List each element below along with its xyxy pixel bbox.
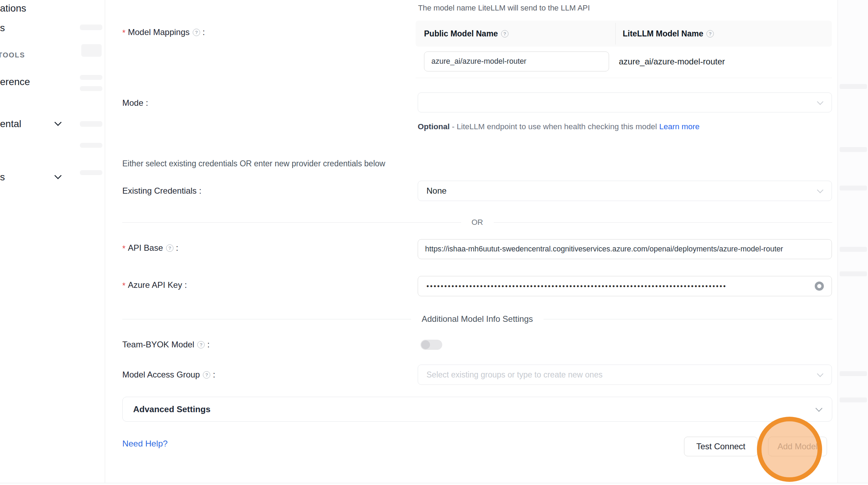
chevron-down-icon: [817, 187, 823, 193]
api-base-value: https://ishaa-mh6uutut-swedencentral.cog…: [418, 245, 783, 254]
model-mappings-label-text: Model Mappings: [128, 27, 190, 37]
chevron-down-icon[interactable]: [54, 172, 62, 179]
credentials-note: Either select existing credentials OR en…: [122, 159, 385, 168]
litellm-model-name-value: azure_ai/azure-model-router: [619, 57, 725, 67]
dimmed-background-fragment: [840, 84, 867, 89]
sidebar-item-s1[interactable]: s: [0, 22, 5, 34]
learn-more-link[interactable]: Learn more: [659, 122, 699, 131]
azure-api-key-input[interactable]: ••••••••••••••••••••••••••••••••••••••••…: [418, 276, 832, 296]
or-divider-text: OR: [472, 218, 483, 227]
advanced-settings-panel[interactable]: Advanced Settings: [122, 397, 832, 422]
model-mappings-table-header: Public Model Name LiteLLM Model Name: [416, 21, 832, 47]
sidebar-item-s2[interactable]: s: [0, 172, 5, 183]
dimmed-background-fragment: [840, 271, 867, 276]
label-colon: :: [213, 370, 215, 380]
dimmed-background-fragment: [840, 147, 867, 152]
toggle-knob: [421, 340, 430, 349]
additional-settings-divider-text: Additional Model Info Settings: [422, 314, 533, 324]
required-asterisk: *: [122, 281, 125, 291]
mode-label: Mode :: [122, 98, 148, 108]
model-name-hint: The model name LiteLLM will send to the …: [418, 4, 590, 13]
sidebar-section-tools: TOOLS: [0, 51, 25, 59]
model-mappings-label: * Model Mappings :: [122, 27, 205, 37]
existing-credentials-value: None: [418, 186, 446, 196]
dimmed-background-fragment: [80, 121, 102, 127]
model-access-group-label: Model Access Group :: [122, 370, 215, 380]
sidebar-item-ental[interactable]: ental: [0, 118, 21, 130]
divider-line: [544, 319, 832, 319]
modal-right-edge: [838, 0, 838, 483]
help-icon[interactable]: [706, 30, 714, 37]
litellm-model-name-header-label: LiteLLM Model Name: [623, 29, 703, 39]
api-base-label-text: API Base: [128, 243, 163, 253]
divider-line: [122, 222, 461, 223]
azure-api-key-label-text: Azure API Key: [128, 280, 182, 290]
api-base-input[interactable]: https://ishaa-mh6uutut-swedencentral.cog…: [418, 239, 832, 259]
mode-hint: Optional - LiteLLM endpoint to use when …: [418, 120, 703, 134]
help-icon[interactable]: [166, 244, 173, 252]
help-icon[interactable]: [501, 30, 508, 37]
dimmed-background-fragment: [80, 143, 102, 148]
model-access-group-placeholder: Select existing groups or type to create…: [418, 370, 602, 380]
azure-api-key-label: * Azure API Key :: [122, 280, 187, 290]
label-colon: :: [207, 340, 210, 349]
help-icon[interactable]: [197, 341, 205, 348]
azure-api-key-masked-value: ••••••••••••••••••••••••••••••••••••••••…: [418, 282, 790, 290]
existing-credentials-select[interactable]: None: [418, 181, 832, 201]
add-model-page: ations s TOOLS erence ental s The model …: [0, 0, 868, 485]
dimmed-background-fragment: [80, 86, 102, 91]
sidebar-divider: [105, 0, 105, 483]
divider-line: [494, 222, 833, 223]
dimmed-background-fragment: [840, 247, 867, 252]
required-asterisk: *: [122, 244, 125, 254]
team-byok-label: Team-BYOK Model :: [122, 340, 210, 349]
team-byok-label-text: Team-BYOK Model: [122, 340, 194, 349]
modal-bottom-divider: [0, 483, 868, 483]
existing-credentials-label-text: Existing Credentials: [122, 186, 197, 196]
highlight-circle-annotation: [757, 417, 822, 482]
litellm-model-name-header: LiteLLM Model Name: [616, 29, 714, 39]
label-colon: :: [146, 98, 148, 108]
sidebar-item-ations[interactable]: ations: [0, 3, 26, 14]
required-asterisk: *: [122, 28, 125, 38]
public-model-name-value: azure_ai/azure-model-router: [424, 57, 526, 66]
mode-hint-bold: Optional: [418, 122, 450, 131]
dimmed-background-fragment: [80, 170, 102, 175]
api-base-label: * API Base :: [122, 243, 178, 253]
help-icon[interactable]: [203, 371, 210, 379]
divider-line: [122, 319, 411, 319]
dimmed-background-fragment: [840, 397, 867, 402]
dimmed-background-fragment: [840, 371, 867, 376]
need-help-link[interactable]: Need Help?: [122, 439, 168, 449]
public-model-name-header: Public Model Name: [416, 29, 615, 39]
mode-label-text: Mode: [122, 98, 143, 108]
table-row-underline: [416, 78, 832, 78]
advanced-settings-label: Advanced Settings: [123, 404, 211, 414]
dimmed-background-fragment: [80, 75, 102, 80]
eye-toggle-icon[interactable]: [815, 282, 824, 291]
dimmed-page-right: [838, 0, 868, 483]
additional-settings-divider: Additional Model Info Settings: [122, 314, 832, 324]
test-connect-button[interactable]: Test Connect: [684, 437, 758, 456]
dimmed-background-fragment: [80, 25, 102, 30]
mode-select[interactable]: [418, 92, 832, 112]
public-model-name-header-label: Public Model Name: [424, 29, 498, 39]
label-colon: :: [203, 27, 205, 37]
chevron-down-icon: [817, 98, 823, 105]
or-divider: OR: [122, 218, 832, 227]
dimmed-background-fragment: [81, 44, 102, 57]
mode-hint-text: - LiteLLM endpoint to use when health ch…: [450, 122, 659, 131]
model-access-group-label-text: Model Access Group: [122, 370, 200, 380]
public-model-name-input[interactable]: azure_ai/azure-model-router: [424, 51, 609, 71]
existing-credentials-label: Existing Credentials :: [122, 186, 201, 196]
chevron-down-icon: [817, 370, 823, 377]
label-colon: :: [199, 186, 201, 196]
chevron-down-icon: [815, 405, 822, 412]
help-icon[interactable]: [193, 29, 200, 36]
team-byok-toggle[interactable]: [421, 340, 442, 350]
model-access-group-select[interactable]: Select existing groups or type to create…: [418, 365, 832, 385]
label-colon: :: [176, 243, 178, 253]
chevron-down-icon[interactable]: [54, 119, 62, 126]
dimmed-background-fragment: [840, 186, 867, 190]
sidebar-item-erence[interactable]: erence: [0, 76, 30, 88]
